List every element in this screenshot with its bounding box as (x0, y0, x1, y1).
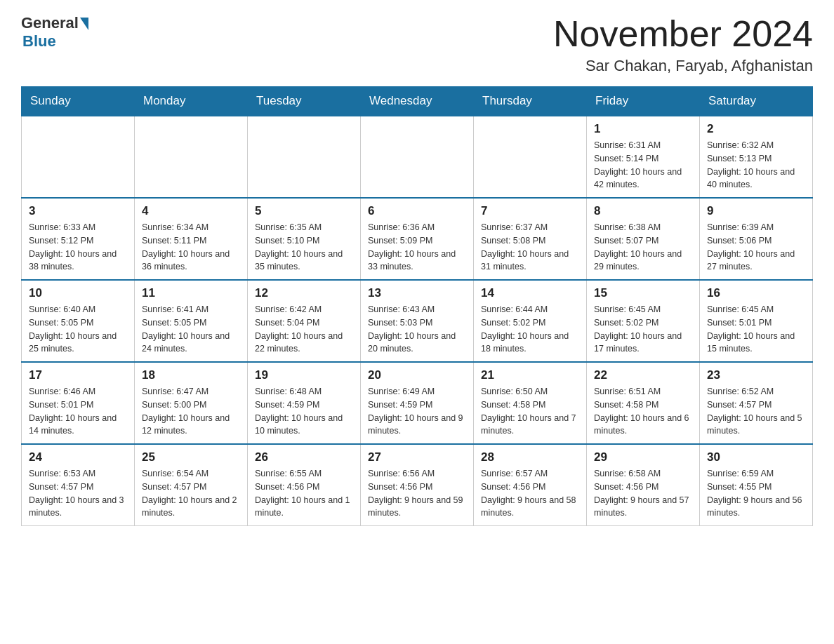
day-of-week-header: Wednesday (361, 87, 474, 116)
day-info: Sunrise: 6:53 AM Sunset: 4:57 PM Dayligh… (29, 467, 127, 520)
calendar-cell: 6Sunrise: 6:36 AM Sunset: 5:09 PM Daylig… (361, 198, 474, 280)
day-of-week-header: Tuesday (248, 87, 361, 116)
calendar-cell: 4Sunrise: 6:34 AM Sunset: 5:11 PM Daylig… (135, 198, 248, 280)
day-number: 19 (255, 368, 353, 382)
calendar-cell: 15Sunrise: 6:45 AM Sunset: 5:02 PM Dayli… (587, 280, 700, 362)
day-info: Sunrise: 6:57 AM Sunset: 4:56 PM Dayligh… (481, 467, 579, 520)
calendar-cell: 25Sunrise: 6:54 AM Sunset: 4:57 PM Dayli… (135, 444, 248, 526)
day-number: 26 (255, 450, 353, 464)
week-row: 1Sunrise: 6:31 AM Sunset: 5:14 PM Daylig… (22, 116, 813, 198)
day-info: Sunrise: 6:40 AM Sunset: 5:05 PM Dayligh… (29, 303, 127, 356)
day-info: Sunrise: 6:44 AM Sunset: 5:02 PM Dayligh… (481, 303, 579, 356)
day-info: Sunrise: 6:35 AM Sunset: 5:10 PM Dayligh… (255, 221, 353, 274)
calendar-cell (22, 116, 135, 198)
day-number: 6 (368, 204, 466, 218)
calendar-cell: 29Sunrise: 6:58 AM Sunset: 4:56 PM Dayli… (587, 444, 700, 526)
day-number: 24 (29, 450, 127, 464)
calendar-cell: 27Sunrise: 6:56 AM Sunset: 4:56 PM Dayli… (361, 444, 474, 526)
day-info: Sunrise: 6:33 AM Sunset: 5:12 PM Dayligh… (29, 221, 127, 274)
day-info: Sunrise: 6:55 AM Sunset: 4:56 PM Dayligh… (255, 467, 353, 520)
day-info: Sunrise: 6:58 AM Sunset: 4:56 PM Dayligh… (594, 467, 692, 520)
day-number: 2 (707, 122, 805, 136)
calendar-cell: 13Sunrise: 6:43 AM Sunset: 5:03 PM Dayli… (361, 280, 474, 362)
logo: General Blue (21, 14, 88, 51)
calendar-table: SundayMondayTuesdayWednesdayThursdayFrid… (21, 86, 813, 526)
day-info: Sunrise: 6:47 AM Sunset: 5:00 PM Dayligh… (142, 385, 240, 438)
day-info: Sunrise: 6:37 AM Sunset: 5:08 PM Dayligh… (481, 221, 579, 274)
calendar-cell (135, 116, 248, 198)
calendar-cell (361, 116, 474, 198)
week-row: 10Sunrise: 6:40 AM Sunset: 5:05 PM Dayli… (22, 280, 813, 362)
calendar-cell: 21Sunrise: 6:50 AM Sunset: 4:58 PM Dayli… (474, 362, 587, 444)
calendar-cell: 17Sunrise: 6:46 AM Sunset: 5:01 PM Dayli… (22, 362, 135, 444)
day-number: 23 (707, 368, 805, 382)
day-info: Sunrise: 6:38 AM Sunset: 5:07 PM Dayligh… (594, 221, 692, 274)
day-number: 5 (255, 204, 353, 218)
location-text: Sar Chakan, Faryab, Afghanistan (553, 57, 813, 75)
calendar-cell: 30Sunrise: 6:59 AM Sunset: 4:55 PM Dayli… (700, 444, 813, 526)
calendar-cell: 24Sunrise: 6:53 AM Sunset: 4:57 PM Dayli… (22, 444, 135, 526)
day-number: 30 (707, 450, 805, 464)
calendar-cell: 18Sunrise: 6:47 AM Sunset: 5:00 PM Dayli… (135, 362, 248, 444)
day-of-week-header: Friday (587, 87, 700, 116)
calendar-cell: 22Sunrise: 6:51 AM Sunset: 4:58 PM Dayli… (587, 362, 700, 444)
logo-arrow-icon (80, 18, 88, 30)
day-number: 14 (481, 286, 579, 300)
calendar-cell: 2Sunrise: 6:32 AM Sunset: 5:13 PM Daylig… (700, 116, 813, 198)
day-number: 22 (594, 368, 692, 382)
calendar-cell: 10Sunrise: 6:40 AM Sunset: 5:05 PM Dayli… (22, 280, 135, 362)
day-number: 11 (142, 286, 240, 300)
day-number: 3 (29, 204, 127, 218)
day-number: 10 (29, 286, 127, 300)
day-info: Sunrise: 6:48 AM Sunset: 4:59 PM Dayligh… (255, 385, 353, 438)
day-info: Sunrise: 6:50 AM Sunset: 4:58 PM Dayligh… (481, 385, 579, 438)
day-number: 28 (481, 450, 579, 464)
day-info: Sunrise: 6:41 AM Sunset: 5:05 PM Dayligh… (142, 303, 240, 356)
day-info: Sunrise: 6:42 AM Sunset: 5:04 PM Dayligh… (255, 303, 353, 356)
day-info: Sunrise: 6:49 AM Sunset: 4:59 PM Dayligh… (368, 385, 466, 438)
day-info: Sunrise: 6:31 AM Sunset: 5:14 PM Dayligh… (594, 139, 692, 192)
day-info: Sunrise: 6:43 AM Sunset: 5:03 PM Dayligh… (368, 303, 466, 356)
week-row: 24Sunrise: 6:53 AM Sunset: 4:57 PM Dayli… (22, 444, 813, 526)
logo-general-text: General (21, 14, 79, 32)
day-of-week-header: Sunday (22, 87, 135, 116)
day-number: 15 (594, 286, 692, 300)
day-info: Sunrise: 6:46 AM Sunset: 5:01 PM Dayligh… (29, 385, 127, 438)
week-row: 17Sunrise: 6:46 AM Sunset: 5:01 PM Dayli… (22, 362, 813, 444)
day-number: 9 (707, 204, 805, 218)
day-info: Sunrise: 6:32 AM Sunset: 5:13 PM Dayligh… (707, 139, 805, 192)
page-header: General Blue November 2024 Sar Chakan, F… (21, 14, 813, 75)
calendar-cell: 8Sunrise: 6:38 AM Sunset: 5:07 PM Daylig… (587, 198, 700, 280)
calendar-cell: 23Sunrise: 6:52 AM Sunset: 4:57 PM Dayli… (700, 362, 813, 444)
logo-blue-text: Blue (22, 32, 56, 51)
calendar-cell: 5Sunrise: 6:35 AM Sunset: 5:10 PM Daylig… (248, 198, 361, 280)
day-number: 25 (142, 450, 240, 464)
calendar-cell (474, 116, 587, 198)
calendar-cell: 16Sunrise: 6:45 AM Sunset: 5:01 PM Dayli… (700, 280, 813, 362)
calendar-cell: 19Sunrise: 6:48 AM Sunset: 4:59 PM Dayli… (248, 362, 361, 444)
day-info: Sunrise: 6:36 AM Sunset: 5:09 PM Dayligh… (368, 221, 466, 274)
day-number: 21 (481, 368, 579, 382)
day-number: 1 (594, 122, 692, 136)
day-number: 13 (368, 286, 466, 300)
calendar-cell: 28Sunrise: 6:57 AM Sunset: 4:56 PM Dayli… (474, 444, 587, 526)
calendar-cell: 12Sunrise: 6:42 AM Sunset: 5:04 PM Dayli… (248, 280, 361, 362)
calendar-header-row: SundayMondayTuesdayWednesdayThursdayFrid… (22, 87, 813, 116)
day-of-week-header: Monday (135, 87, 248, 116)
day-info: Sunrise: 6:54 AM Sunset: 4:57 PM Dayligh… (142, 467, 240, 520)
day-number: 4 (142, 204, 240, 218)
day-info: Sunrise: 6:51 AM Sunset: 4:58 PM Dayligh… (594, 385, 692, 438)
day-number: 8 (594, 204, 692, 218)
day-of-week-header: Thursday (474, 87, 587, 116)
day-info: Sunrise: 6:56 AM Sunset: 4:56 PM Dayligh… (368, 467, 466, 520)
calendar-cell (248, 116, 361, 198)
month-title: November 2024 (553, 14, 813, 54)
day-number: 29 (594, 450, 692, 464)
calendar-cell: 14Sunrise: 6:44 AM Sunset: 5:02 PM Dayli… (474, 280, 587, 362)
day-number: 18 (142, 368, 240, 382)
day-number: 20 (368, 368, 466, 382)
calendar-cell: 9Sunrise: 6:39 AM Sunset: 5:06 PM Daylig… (700, 198, 813, 280)
calendar-cell: 20Sunrise: 6:49 AM Sunset: 4:59 PM Dayli… (361, 362, 474, 444)
calendar-cell: 11Sunrise: 6:41 AM Sunset: 5:05 PM Dayli… (135, 280, 248, 362)
calendar-cell: 26Sunrise: 6:55 AM Sunset: 4:56 PM Dayli… (248, 444, 361, 526)
